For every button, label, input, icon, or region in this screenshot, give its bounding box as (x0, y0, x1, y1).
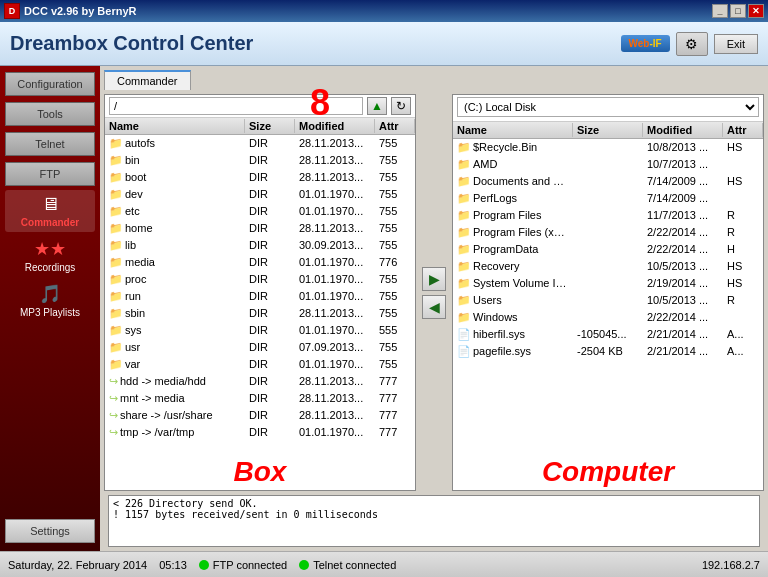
col-modified-right[interactable]: Modified (643, 123, 723, 137)
file-size-cell: DIR (245, 221, 295, 236)
settings-button[interactable]: Settings (5, 519, 95, 543)
table-row[interactable]: 📁$Recycle.Bin 10/8/2013 ... HS (453, 139, 763, 156)
file-modified-cell: 2/22/2014 ... (643, 310, 723, 325)
table-row[interactable]: 📁Documents and S... 7/14/2009 ... HS (453, 173, 763, 190)
table-row[interactable]: 📁boot DIR 28.11.2013... 755 (105, 169, 415, 186)
right-panel-label: Computer (453, 452, 763, 490)
file-modified-cell: 28.11.2013... (295, 153, 375, 168)
close-button[interactable]: ✕ (748, 4, 764, 18)
file-attr-cell: 755 (375, 136, 415, 151)
file-size-cell (573, 293, 643, 308)
file-name-cell: 📁home (105, 221, 245, 236)
sidebar-item-mp3playlists[interactable]: 🎵 MP3 Playlists (5, 279, 95, 322)
drive-select[interactable]: (C:) Local Disk (D:) (457, 97, 759, 117)
settings-icon-button[interactable]: ⚙ (676, 32, 708, 56)
sidebar: Configuration Tools Telnet FTP 🖥 Command… (0, 66, 100, 551)
minimize-button[interactable]: _ (712, 4, 728, 18)
table-row[interactable]: 📁sys DIR 01.01.1970... 555 (105, 322, 415, 339)
col-name-right[interactable]: Name (453, 123, 573, 137)
table-row[interactable]: 📁var DIR 01.01.1970... 755 (105, 356, 415, 373)
left-refresh-button[interactable]: ↻ (391, 97, 411, 115)
commander-icon: 🖥 (7, 194, 93, 215)
number-badge: 8 (310, 82, 330, 124)
file-name-cell: 📁boot (105, 170, 245, 185)
file-attr-cell: 755 (375, 238, 415, 253)
table-row[interactable]: 📁media DIR 01.01.1970... 776 (105, 254, 415, 271)
file-name-cell: 📁etc (105, 204, 245, 219)
transfer-left-button[interactable]: ◀ (422, 295, 446, 319)
file-name-cell: ↪hdd -> media/hdd (105, 374, 245, 389)
table-row[interactable]: 📁Users 10/5/2013 ... R (453, 292, 763, 309)
table-row[interactable]: 📁lib DIR 30.09.2013... 755 (105, 237, 415, 254)
sidebar-item-tools[interactable]: Tools (5, 102, 95, 126)
table-row[interactable]: ↪share -> /usr/share DIR 28.11.2013... 7… (105, 407, 415, 424)
transfer-right-button[interactable]: ▶ (422, 267, 446, 291)
tab-commander[interactable]: Commander (104, 70, 191, 90)
table-row[interactable]: 📁Windows 2/22/2014 ... (453, 309, 763, 326)
file-size-cell: DIR (245, 374, 295, 389)
table-row[interactable]: 📄hiberfil.sys -105045... 2/21/2014 ... A… (453, 326, 763, 343)
table-row[interactable]: 📁ProgramData 2/22/2014 ... H (453, 241, 763, 258)
file-modified-cell: 2/21/2014 ... (643, 327, 723, 342)
file-size-cell: DIR (245, 289, 295, 304)
file-modified-cell: 7/14/2009 ... (643, 191, 723, 206)
table-row[interactable]: 📁usr DIR 07.09.2013... 755 (105, 339, 415, 356)
file-size-cell (573, 191, 643, 206)
col-modified-left[interactable]: Modified (295, 119, 375, 133)
file-modified-cell: 28.11.2013... (295, 306, 375, 321)
file-name-cell: 📁Documents and S... (453, 174, 573, 189)
table-row[interactable]: ↪tmp -> /var/tmp DIR 01.01.1970... 777 (105, 424, 415, 441)
sidebar-item-recordings[interactable]: ★★ Recordings (5, 234, 95, 277)
file-name-cell: 📁dev (105, 187, 245, 202)
exit-button[interactable]: Exit (714, 34, 758, 54)
sidebar-item-configuration[interactable]: Configuration (5, 72, 95, 96)
table-row[interactable]: 📁proc DIR 01.01.1970... 755 (105, 271, 415, 288)
file-size-cell (573, 225, 643, 240)
file-modified-cell: 07.09.2013... (295, 340, 375, 355)
file-modified-cell: 11/7/2013 ... (643, 208, 723, 223)
table-row[interactable]: 📁dev DIR 01.01.1970... 755 (105, 186, 415, 203)
file-modified-cell: 10/8/2013 ... (643, 140, 723, 155)
file-size-cell (573, 310, 643, 325)
table-row[interactable]: 📁home DIR 28.11.2013... 755 (105, 220, 415, 237)
col-size-right[interactable]: Size (573, 123, 643, 137)
table-row[interactable]: ↪mnt -> media DIR 28.11.2013... 777 (105, 390, 415, 407)
web-if-button[interactable]: Web-IF (621, 35, 670, 52)
table-row[interactable]: 📁etc DIR 01.01.1970... 755 (105, 203, 415, 220)
transfer-buttons: ▶ ◀ (420, 94, 448, 491)
table-row[interactable]: 📄pagefile.sys -2504 KB 2/21/2014 ... A..… (453, 343, 763, 360)
table-row[interactable]: 📁Program Files (x86) 2/22/2014 ... R (453, 224, 763, 241)
file-modified-cell: 28.11.2013... (295, 408, 375, 423)
table-row[interactable]: 📁AMD 10/7/2013 ... (453, 156, 763, 173)
file-attr-cell: 755 (375, 272, 415, 287)
table-row[interactable]: 📁autofs DIR 28.11.2013... 755 (105, 135, 415, 152)
col-attr-right[interactable]: Attr (723, 123, 763, 137)
sidebar-item-ftp[interactable]: FTP (5, 162, 95, 186)
table-row[interactable]: 📁Program Files 11/7/2013 ... R (453, 207, 763, 224)
status-time: 05:13 (159, 559, 187, 571)
mp3-icon: 🎵 (7, 283, 93, 305)
table-row[interactable]: 📁sbin DIR 28.11.2013... 755 (105, 305, 415, 322)
table-row[interactable]: 📁System Volume In... 2/19/2014 ... HS (453, 275, 763, 292)
file-size-cell: DIR (245, 187, 295, 202)
col-size-left[interactable]: Size (245, 119, 295, 133)
file-size-cell: -105045... (573, 327, 643, 342)
file-attr-cell: R (723, 208, 763, 223)
file-size-cell (573, 208, 643, 223)
file-attr-cell: A... (723, 327, 763, 342)
sidebar-item-commander[interactable]: 🖥 Commander (5, 190, 95, 232)
file-size-cell (573, 276, 643, 291)
file-attr-cell: 755 (375, 306, 415, 321)
col-name-left[interactable]: Name (105, 119, 245, 133)
ftp-status-text: FTP connected (213, 559, 287, 571)
table-row[interactable]: ↪hdd -> media/hdd DIR 28.11.2013... 777 (105, 373, 415, 390)
table-row[interactable]: 📁Recovery 10/5/2013 ... HS (453, 258, 763, 275)
table-row[interactable]: 📁bin DIR 28.11.2013... 755 (105, 152, 415, 169)
table-row[interactable]: 📁PerfLogs 7/14/2009 ... (453, 190, 763, 207)
col-attr-left[interactable]: Attr (375, 119, 415, 133)
table-row[interactable]: 📁run DIR 01.01.1970... 755 (105, 288, 415, 305)
maximize-button[interactable]: □ (730, 4, 746, 18)
left-upload-button[interactable]: ▲ (367, 97, 387, 115)
file-name-cell: 📁lib (105, 238, 245, 253)
sidebar-item-telnet[interactable]: Telnet (5, 132, 95, 156)
